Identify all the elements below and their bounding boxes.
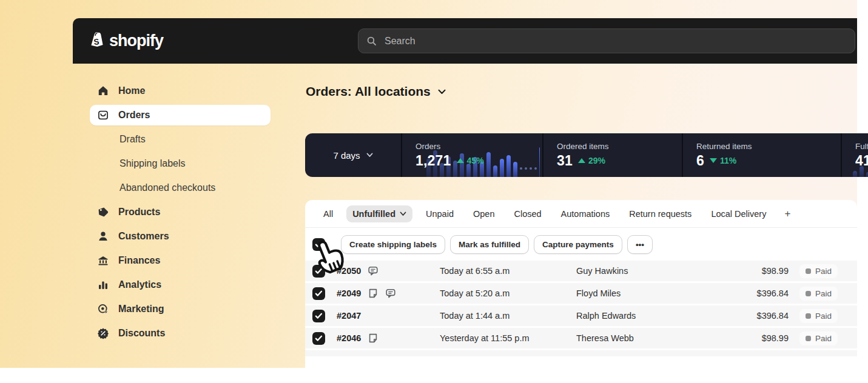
select-all-checkbox[interactable] (312, 238, 325, 251)
search-bar[interactable] (358, 28, 855, 53)
stat-delta: 29% (578, 156, 605, 165)
sidebar-item-drafts[interactable]: Drafts (90, 129, 271, 150)
sidebar-item-label: Products (118, 207, 160, 218)
date-range-selector[interactable]: 7 days (305, 133, 401, 177)
sidebar-item-label: Finances (118, 255, 160, 266)
capture-payments-button[interactable]: Capture payments (534, 235, 622, 254)
order-customer: Guy Hawkins (576, 266, 719, 276)
tab-local-delivery[interactable]: Local Delivery (705, 205, 772, 222)
payment-status-badge: Paid (799, 264, 838, 278)
sidebar-item-home[interactable]: Home (90, 81, 271, 101)
mark-as-fulfilled-button[interactable]: Mark as fulfilled (450, 235, 529, 254)
bulk-actions-bar: Create shipping labelsMark as fulfilledC… (305, 228, 857, 261)
row-checkbox[interactable] (312, 265, 325, 278)
tab-automations[interactable]: Automations (555, 205, 616, 222)
stat-label: Fulfi (855, 142, 868, 151)
search-input[interactable] (383, 35, 750, 47)
shopify-bag-icon: S (88, 31, 106, 52)
order-number: #2050 (337, 266, 361, 276)
stat-label: Orders (415, 142, 542, 151)
sidebar-item-shipping-labels[interactable]: Shipping labels (90, 153, 271, 174)
sidebar-item-label: Drafts (119, 134, 146, 145)
order-customer: Ralph Edwards (576, 311, 719, 321)
order-number: #2046 (337, 333, 361, 343)
chevron-down-icon (366, 153, 373, 158)
payment-status-text: Paid (815, 289, 832, 298)
sidebar-item-label: Orders (118, 110, 150, 121)
orders-table: #2050Today at 6:55 a.mGuy Hawkins$98.99P… (305, 261, 857, 356)
marketing-icon (97, 303, 109, 315)
sidebar-item-analytics[interactable]: Analytics (90, 275, 271, 295)
tab-open[interactable]: Open (467, 205, 500, 222)
page-title[interactable]: Orders: All locations (306, 84, 446, 99)
sidebar-item-products[interactable]: Products (90, 202, 271, 222)
stat-tile-orders: Orders1,27145% (401, 133, 542, 177)
sidebar-item-marketing[interactable]: Marketing (90, 299, 271, 319)
sidebar-item-discounts[interactable]: Discounts (90, 323, 271, 344)
order-number-cell: #2049 (337, 288, 440, 299)
order-number: #2049 (337, 288, 361, 298)
order-row-2046[interactable]: #2046Yesterday at 11:55 p.mTheresa Webb$… (305, 328, 857, 348)
order-tabs: AllUnfulfilledUnpaidOpenClosedAutomation… (305, 200, 857, 228)
chevron-down-icon (438, 89, 446, 95)
sidebar-item-label: Home (118, 85, 145, 96)
order-date: Yesterday at 11:55 p.m (440, 333, 576, 343)
tab-label: Automations (561, 209, 610, 219)
comment-icon (368, 265, 378, 276)
sidebar-item-label: Marketing (118, 304, 164, 315)
sidebar-item-label: Abandoned checkouts (119, 182, 215, 193)
note-icon (368, 333, 378, 344)
sidebar-item-orders[interactable]: Orders (90, 105, 271, 125)
stat-label: Returned items (696, 142, 841, 151)
order-total: $396.84 (719, 311, 789, 321)
order-number-cell: #2047 (337, 311, 440, 321)
tab-label: All (323, 209, 333, 219)
tab-unpaid[interactable]: Unpaid (420, 205, 460, 222)
row-checkbox[interactable] (312, 310, 325, 322)
delta-text: 29% (588, 156, 605, 165)
row-checkbox[interactable] (312, 332, 325, 345)
order-number-cell: #2050 (337, 265, 440, 276)
shopify-wordmark: shopify (109, 32, 163, 50)
tab-all[interactable]: All (317, 205, 339, 222)
stat-value: 6 (696, 153, 704, 169)
tab-label: Closed (514, 209, 541, 219)
payment-status-badge: Paid (799, 287, 838, 301)
orders-card: AllUnfulfilledUnpaidOpenClosedAutomation… (305, 200, 857, 368)
delta-text: 45% (467, 156, 484, 165)
tab-label: Open (473, 209, 494, 219)
screenshot-canvas: S shopify HomeOrdersDraftsShipping label… (0, 0, 868, 383)
create-shipping-labels-button[interactable]: Create shipping labels (341, 235, 445, 254)
tab-label: Unfulfilled (352, 209, 395, 219)
order-row-partial (305, 350, 857, 356)
more-actions-button[interactable]: ••• (627, 235, 653, 254)
sidebar-item-finances[interactable]: Finances (90, 250, 271, 271)
analytics-icon (97, 279, 109, 291)
row-checkbox[interactable] (312, 287, 325, 300)
stat-tile-fulfi: Fulfi41 (841, 133, 868, 177)
tab-label: Local Delivery (711, 209, 766, 219)
search-icon (366, 36, 377, 47)
order-total: $98.99 (719, 266, 789, 276)
order-number-cell: #2046 (337, 333, 440, 344)
tab-unfulfilled[interactable]: Unfulfilled (346, 205, 412, 222)
shopify-logo: S shopify (88, 31, 163, 52)
order-row-2050[interactable]: #2050Today at 6:55 a.mGuy Hawkins$98.99P… (305, 261, 857, 281)
stat-tile-ordered-items: Ordered items3129% (542, 133, 682, 177)
add-tab-button[interactable]: + (779, 204, 795, 224)
note-icon (368, 288, 378, 299)
sidebar-item-customers[interactable]: Customers (90, 226, 271, 247)
payment-status-text: Paid (815, 311, 832, 321)
order-row-2047[interactable]: #2047Today at 1:44 a.mRalph Edwards$396.… (305, 305, 857, 326)
customers-icon (97, 230, 109, 242)
tab-label: + (784, 208, 790, 220)
stats-bar: 7 daysOrders1,27145%Ordered items3129%Re… (305, 133, 868, 177)
triangle-down-icon (710, 158, 717, 163)
sparkline-bar (853, 171, 857, 177)
tab-closed[interactable]: Closed (508, 205, 547, 222)
tab-return-requests[interactable]: Return requests (623, 205, 698, 222)
order-customer: Theresa Webb (576, 333, 719, 343)
order-row-2049[interactable]: #2049Today at 5:20 a.mFloyd Miles$396.84… (305, 283, 857, 304)
sidebar-item-abandoned-checkouts[interactable]: Abandoned checkouts (90, 178, 271, 198)
order-date: Today at 1:44 a.m (440, 311, 576, 321)
